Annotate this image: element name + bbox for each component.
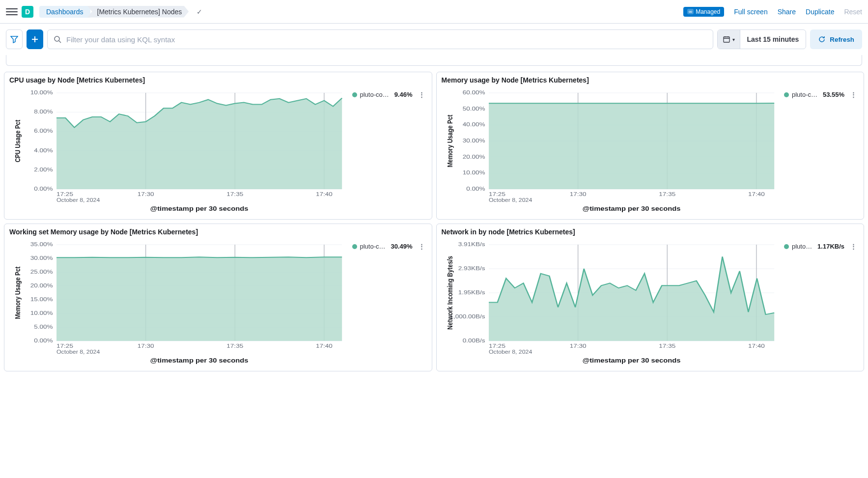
svg-text:CPU Usage Pct: CPU Usage Pct: [14, 119, 22, 162]
svg-text:5.00%: 5.00%: [34, 324, 53, 330]
panel-title: Working set Memory usage by Node [Metric…: [9, 228, 427, 236]
time-picker[interactable]: ▾ Last 15 minutes: [717, 29, 807, 49]
managed-badge-label: Managed: [696, 8, 720, 15]
svg-text:6.00%: 6.00%: [34, 128, 53, 134]
nav-menu-icon[interactable]: [6, 6, 18, 18]
legend: pluto-cont... 1.17KB/s ⋮: [780, 238, 859, 367]
svg-text:3.91KB/s: 3.91KB/s: [458, 241, 485, 247]
check-icon: ✓: [196, 8, 202, 16]
legend-color-dot: [784, 244, 789, 249]
svg-text:17:30: 17:30: [569, 191, 586, 197]
svg-text:30.00%: 30.00%: [462, 138, 485, 143]
panel-memory: Memory usage by Node [Metrics Kubernetes…: [436, 72, 865, 220]
reset-link[interactable]: Reset: [844, 8, 862, 16]
legend-value: 9.46%: [394, 91, 413, 98]
legend-item[interactable]: pluto-contr... 30.49% ⋮: [352, 243, 425, 250]
svg-text:October 8, 2024: October 8, 2024: [56, 349, 100, 355]
filter-icon: [10, 35, 18, 43]
legend-actions-icon[interactable]: ⋮: [419, 91, 425, 98]
managed-badge: ∞Managed: [683, 7, 724, 17]
legend-color-dot: [784, 92, 789, 97]
svg-text:17:25: 17:25: [56, 191, 73, 197]
legend-item[interactable]: pluto-control... 9.46% ⋮: [352, 91, 425, 98]
duplicate-link[interactable]: Duplicate: [806, 8, 834, 16]
legend: pluto-contr... 53.55% ⋮: [780, 86, 859, 215]
legend-actions-icon[interactable]: ⋮: [850, 91, 857, 98]
svg-text:15.00%: 15.00%: [30, 296, 53, 302]
add-filter-button[interactable]: [27, 29, 43, 49]
svg-text:Memory Usage Pct: Memory Usage Pct: [446, 114, 453, 168]
svg-text:8.00%: 8.00%: [34, 109, 53, 114]
svg-point-0: [55, 36, 59, 41]
app-badge[interactable]: D: [22, 6, 33, 18]
calendar-icon[interactable]: ▾: [718, 30, 740, 49]
time-range-text[interactable]: Last 15 minutes: [740, 35, 806, 43]
topbar-actions: ∞Managed Full screen Share Duplicate Res…: [683, 7, 862, 17]
svg-text:2.93KB/s: 2.93KB/s: [458, 265, 485, 271]
legend-actions-icon[interactable]: ⋮: [419, 243, 425, 250]
svg-text:0.00B/s: 0.00B/s: [462, 337, 485, 343]
collapsed-banner: [6, 55, 862, 66]
legend-value: 1.17KB/s: [817, 243, 844, 250]
kql-search[interactable]: [47, 29, 713, 49]
panel-title: CPU usage by Node [Metrics Kubernetes]: [9, 76, 427, 84]
kql-input[interactable]: [66, 35, 707, 44]
svg-text:17:40: 17:40: [748, 343, 764, 349]
svg-text:17:25: 17:25: [489, 343, 505, 349]
svg-text:17:25: 17:25: [489, 191, 505, 197]
query-toolbar: ▾ Last 15 minutes Refresh: [0, 24, 868, 55]
svg-text:Network Incoming Bytes/s: Network Incoming Bytes/s: [446, 256, 453, 330]
legend-value: 30.49%: [391, 243, 412, 250]
svg-text:50.00%: 50.00%: [462, 106, 485, 112]
svg-text:17:40: 17:40: [748, 191, 764, 197]
breadcrumbs: Dashboards [Metrics Kubernetes] Nodes: [39, 6, 189, 18]
legend-item[interactable]: pluto-contr... 53.55% ⋮: [784, 91, 857, 98]
legend-series-name: pluto-contr...: [792, 91, 818, 98]
svg-text:17:35: 17:35: [659, 343, 675, 349]
svg-text:October 8, 2024: October 8, 2024: [489, 349, 532, 355]
svg-text:@timestamp per 30 seconds: @timestamp per 30 seconds: [582, 205, 680, 212]
legend-series-name: pluto-control...: [360, 91, 390, 98]
legend: pluto-control... 9.46% ⋮: [348, 86, 427, 215]
legend-item[interactable]: pluto-cont... 1.17KB/s ⋮: [784, 243, 857, 250]
svg-text:1,000.00B/s: 1,000.00B/s: [449, 313, 485, 319]
svg-text:0.00%: 0.00%: [34, 337, 53, 343]
svg-text:4.00%: 4.00%: [34, 147, 53, 153]
panel-grid: CPU usage by Node [Metrics Kubernetes] 0…: [0, 72, 868, 377]
filter-button[interactable]: [6, 29, 23, 49]
svg-text:17:30: 17:30: [569, 343, 586, 349]
svg-text:40.00%: 40.00%: [462, 122, 485, 128]
chevron-down-icon: ▾: [732, 37, 735, 42]
breadcrumb-current: [Metrics Kubernetes] Nodes: [87, 6, 189, 18]
svg-text:17:30: 17:30: [138, 191, 154, 197]
svg-text:2.00%: 2.00%: [34, 167, 53, 172]
chart-network[interactable]: 0.00B/s1,000.00B/s1.95KB/s2.93KB/s3.91KB…: [442, 238, 781, 366]
topbar: D Dashboards [Metrics Kubernetes] Nodes …: [0, 0, 868, 24]
svg-text:@timestamp per 30 seconds: @timestamp per 30 seconds: [150, 357, 249, 364]
search-icon: [54, 35, 61, 43]
svg-text:17:40: 17:40: [316, 343, 333, 349]
panel-title: Memory usage by Node [Metrics Kubernetes…: [442, 76, 859, 84]
legend-series-name: pluto-cont...: [792, 243, 812, 250]
svg-text:October 8, 2024: October 8, 2024: [56, 197, 100, 203]
legend-color-dot: [352, 92, 357, 97]
svg-text:Memory Usage Pct: Memory Usage Pct: [14, 266, 22, 319]
fullscreen-link[interactable]: Full screen: [734, 8, 767, 16]
plus-icon: [31, 36, 38, 43]
refresh-icon: [818, 35, 826, 43]
svg-rect-1: [724, 37, 729, 42]
svg-text:25.00%: 25.00%: [30, 269, 53, 275]
svg-text:17:35: 17:35: [226, 343, 243, 349]
legend-series-name: pluto-contr...: [360, 243, 386, 250]
chart-memory[interactable]: 0.00%10.00%20.00%30.00%40.00%50.00%60.00…: [442, 86, 781, 214]
chart-wsmem[interactable]: 0.00%5.00%10.00%15.00%20.00%25.00%30.00%…: [9, 238, 348, 366]
legend-actions-icon[interactable]: ⋮: [850, 243, 857, 250]
svg-text:60.00%: 60.00%: [462, 89, 485, 95]
share-link[interactable]: Share: [778, 8, 796, 16]
svg-text:17:25: 17:25: [56, 343, 73, 349]
svg-text:0.00%: 0.00%: [34, 186, 53, 192]
refresh-button[interactable]: Refresh: [810, 29, 862, 49]
chart-cpu[interactable]: 0.00%2.00%4.00%6.00%8.00%10.00%17:25Octo…: [9, 86, 348, 214]
svg-text:@timestamp per 30 seconds: @timestamp per 30 seconds: [150, 205, 249, 212]
breadcrumb-dashboards[interactable]: Dashboards: [39, 6, 90, 18]
